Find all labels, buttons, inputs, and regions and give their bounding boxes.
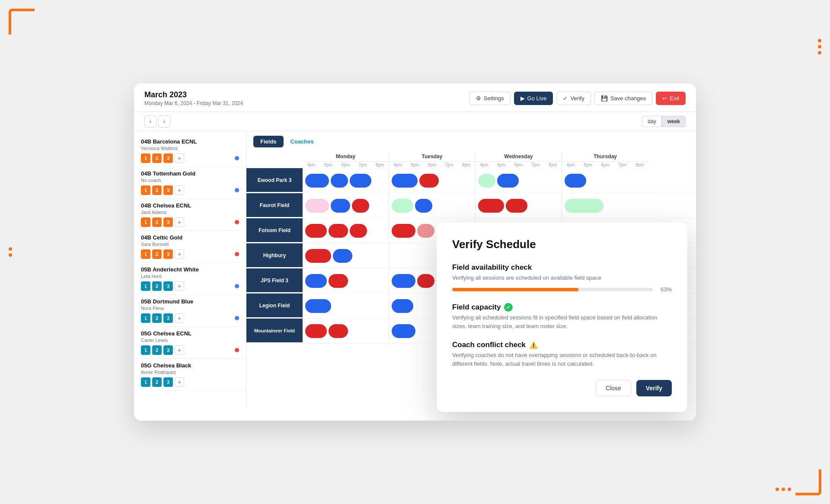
session-block[interactable] <box>305 324 327 338</box>
session-block[interactable] <box>478 174 495 188</box>
status-dot <box>235 348 239 352</box>
session-block[interactable] <box>329 224 348 238</box>
warning-icon: ⚠️ <box>529 341 538 349</box>
exit-button[interactable]: ↩ Exit <box>656 92 686 105</box>
prev-button[interactable]: ‹ <box>144 115 156 128</box>
list-item[interactable]: 05G Chelsea ECNL Carter Lewis 1 2 3 + <box>134 327 246 359</box>
day-col-wednesday: Wednesday 4pm 5pm 6pm 7pm 8pm <box>476 152 562 168</box>
list-item[interactable]: 05G Chelsea Black Annie Rodriquez 1 2 3 … <box>134 359 246 391</box>
day-headers: Monday 4pm 5pm 6pm 7pm 8pm <box>303 152 696 168</box>
session-block[interactable] <box>392 324 415 338</box>
header-right: ⚙ Settings ▶ Go Live ✓ Verify 💾 Save cha… <box>469 92 686 105</box>
session-block[interactable] <box>417 224 434 238</box>
save-button[interactable]: 💾 Save changes <box>594 92 652 105</box>
field-spacer <box>246 152 303 168</box>
tab-fields[interactable]: Fields <box>253 136 284 147</box>
progress-bar-fill <box>452 288 578 291</box>
check-capacity-label: Field capacity <box>452 303 501 312</box>
session-block[interactable] <box>305 299 331 313</box>
check-field-capacity: Field capacity ✓ Verifying all scheduled… <box>452 303 672 330</box>
session-block[interactable] <box>329 324 348 338</box>
verify-modal: Verify Schedule Field availability check… <box>437 222 687 412</box>
schedule-tabs: Fields Coaches <box>246 131 696 152</box>
day-cell <box>303 193 389 218</box>
header-left: March 2023 Monday Mar 6, 2024 - Friday M… <box>144 90 243 106</box>
verify-button[interactable]: ✓ Verify <box>556 92 591 105</box>
session-block[interactable] <box>415 199 432 213</box>
app-header: March 2023 Monday Mar 6, 2024 - Friday M… <box>134 83 696 112</box>
session-block[interactable] <box>478 199 504 213</box>
verify-action-button[interactable]: Verify <box>636 380 672 396</box>
list-item[interactable]: 05B Anderlecht White Leta Hunt 1 2 3 + <box>134 263 246 295</box>
day-cell <box>476 193 562 218</box>
session-block[interactable] <box>331 199 350 213</box>
list-item[interactable]: 04B Celtic Gold Sara Bennett 1 2 3 + <box>134 231 246 263</box>
day-col-tuesday: Tuesday 4pm 5pm 6pm 7pm 8pm <box>389 152 476 168</box>
day-view-button[interactable]: day <box>642 116 661 127</box>
status-dot <box>235 188 239 192</box>
check-capacity-desc: Verifying all scheduled sessions fit in … <box>452 313 672 330</box>
check-icon: ✓ <box>563 95 568 102</box>
settings-button[interactable]: ⚙ Settings <box>469 92 511 105</box>
date-range: Monday Mar 6, 2024 - Friday Mar 31, 2024 <box>144 100 243 106</box>
day-cell <box>303 268 389 293</box>
list-item[interactable]: 04B Chelsea ECNL Jack Adams 1 2 3 + <box>134 199 246 231</box>
day-cell <box>303 243 389 268</box>
field-row-faurot: Faurot Field <box>246 193 696 218</box>
session-block[interactable] <box>350 224 367 238</box>
session-block[interactable] <box>333 249 352 263</box>
week-view-button[interactable]: week <box>662 116 686 127</box>
add-badge[interactable]: + <box>175 153 184 163</box>
list-item[interactable]: 05B Dortmund Blue Nora Pena 1 2 3 + <box>134 295 246 327</box>
day-cell <box>476 168 562 193</box>
session-block[interactable] <box>417 274 434 288</box>
day-cell <box>303 168 389 193</box>
progress-percent: 63% <box>656 286 672 293</box>
session-block[interactable] <box>392 199 413 213</box>
view-toggle: day week <box>642 116 686 127</box>
day-cell <box>303 293 389 318</box>
dot-decoration-tr <box>818 39 821 54</box>
check-conflict-label: Coach conflict check <box>452 341 526 349</box>
status-dot <box>235 220 239 224</box>
session-block[interactable] <box>352 199 369 213</box>
check-availability-desc: Verifying all sessions are scheduled on … <box>452 274 672 282</box>
day-cell <box>303 218 389 243</box>
session-block[interactable] <box>305 224 327 238</box>
field-label-legion: Legion Field <box>246 293 303 318</box>
day-cell <box>389 193 476 218</box>
session-block[interactable] <box>392 274 415 288</box>
session-block[interactable] <box>497 174 519 188</box>
close-button[interactable]: Close <box>596 380 631 396</box>
session-block[interactable] <box>565 174 586 188</box>
session-block[interactable] <box>305 274 327 288</box>
status-dot <box>235 316 239 320</box>
field-label-mountaineer: Mountaineer Field <box>246 319 303 343</box>
session-block[interactable] <box>565 199 603 213</box>
session-block[interactable] <box>392 224 415 238</box>
status-dot <box>235 156 239 160</box>
session-block[interactable] <box>329 274 348 288</box>
golive-button[interactable]: ▶ Go Live <box>514 92 553 105</box>
next-button[interactable]: › <box>158 115 170 128</box>
session-block[interactable] <box>305 249 331 263</box>
day-cell <box>303 319 389 343</box>
session-block[interactable] <box>305 199 329 213</box>
day-header-row: Monday 4pm 5pm 6pm 7pm 8pm <box>246 152 696 168</box>
list-item[interactable]: 04B Barcelona ECNL Veronica Watkins 1 2 … <box>134 135 246 167</box>
list-item[interactable]: 04B Tottenham Gold No coach 1 2 3 + <box>134 167 246 199</box>
tab-coaches[interactable]: Coaches <box>284 136 321 147</box>
session-block[interactable] <box>331 174 348 188</box>
session-block[interactable] <box>305 174 329 188</box>
field-label-highbury: Highbury <box>246 243 303 268</box>
modal-footer: Close Verify <box>452 380 672 396</box>
session-block[interactable] <box>506 199 527 213</box>
session-block[interactable] <box>392 299 413 313</box>
field-label-ewood: Ewood Park 3 <box>246 168 303 193</box>
badge-3: 3 <box>163 153 173 163</box>
badge-2: 2 <box>152 153 162 163</box>
session-block[interactable] <box>392 174 418 188</box>
session-block[interactable] <box>350 174 371 188</box>
session-block[interactable] <box>419 174 439 188</box>
modal-title: Verify Schedule <box>452 238 672 251</box>
